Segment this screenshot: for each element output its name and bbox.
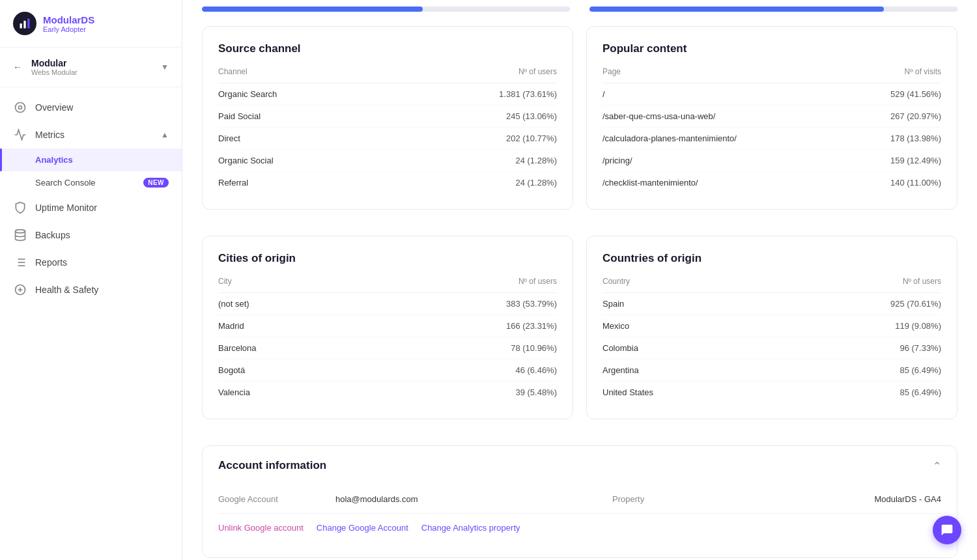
svg-point-3 <box>16 103 25 113</box>
popular-content-title: Popular content <box>602 42 941 55</box>
overview-icon <box>13 100 27 115</box>
cities-title: Cities of origin <box>218 252 557 265</box>
table-row: /pricing/159 (12.49%) <box>602 150 941 172</box>
svg-point-4 <box>19 106 22 109</box>
top-sections-row: Source channel Channel Nº of users Organ… <box>202 26 957 223</box>
cities-table: City Nº of users (not set)383 (53.79%)Ma… <box>218 277 557 403</box>
app-name: Modular <box>43 14 81 25</box>
google-account-label: Google Account <box>218 494 335 504</box>
countries-title: Countries of origin <box>602 252 941 265</box>
logo-icon <box>13 12 36 35</box>
workspace-selector[interactable]: ← Modular Webs Modular ▼ <box>0 48 182 87</box>
table-row: Colombia96 (7.33%) <box>602 337 941 359</box>
sidebar-item-overview[interactable]: Overview <box>0 94 182 121</box>
sidebar-item-metrics[interactable]: Metrics ▲ <box>0 121 182 148</box>
nav-section: Overview Metrics ▲ Analytics Search Cons… <box>0 87 182 310</box>
sidebar-item-label-reports: Reports <box>35 257 67 268</box>
countries-card: Countries of origin Country Nº of users … <box>586 236 957 419</box>
cities-col1: City <box>218 277 363 293</box>
table-row: Barcelona78 (10.96%) <box>218 337 557 359</box>
table-row: Valencia39 (5.48%) <box>218 382 557 404</box>
table-row: /529 (41.56%) <box>602 83 941 105</box>
workspace-sub: Webs Modular <box>31 68 78 76</box>
backups-icon <box>13 228 27 242</box>
chevron-down-icon: ▼ <box>161 63 169 72</box>
change-analytics-property-link[interactable]: Change Analytics property <box>421 523 520 533</box>
table-row: /checklist-mantenimiento/140 (11.00%) <box>602 172 941 194</box>
sidebar-item-label-overview: Overview <box>35 102 73 113</box>
account-info-row: Google Account hola@modulards.com Proper… <box>218 485 941 514</box>
account-header[interactable]: Account information ⌃ <box>203 446 957 485</box>
reports-icon <box>13 255 27 270</box>
popular-content-col2: Nº of visits <box>848 67 941 83</box>
metrics-icon <box>13 128 27 142</box>
svg-rect-0 <box>20 23 22 29</box>
progress-bar-1 <box>202 7 570 12</box>
account-body: Google Account hola@modulards.com Proper… <box>203 485 957 557</box>
table-row: /saber-que-cms-usa-una-web/267 (20.97%) <box>602 105 941 128</box>
table-row: Direct202 (10.77%) <box>218 128 557 150</box>
sidebar-item-health[interactable]: Health & Safety <box>0 276 182 303</box>
change-google-account-link[interactable]: Change Google Account <box>317 523 408 533</box>
table-row: United States85 (6.49%) <box>602 382 941 404</box>
property-label: Property <box>612 494 690 504</box>
sidebar-item-search-console[interactable]: Search Console NEW <box>0 171 182 194</box>
main-content: Source channel Channel Nº of users Organ… <box>182 0 977 560</box>
sidebar-item-label-search-console: Search Console <box>35 178 96 188</box>
sidebar-item-uptime[interactable]: Uptime Monitor <box>0 194 182 221</box>
svg-point-5 <box>16 230 25 233</box>
sidebar: ModularDS Early Adopter ← Modular Webs M… <box>0 0 182 560</box>
sidebar-item-label-backups: Backups <box>35 230 70 240</box>
table-row: Mexico119 (9.08%) <box>602 315 941 337</box>
table-row: Organic Social24 (1.28%) <box>218 150 557 172</box>
account-actions-row: Unlink Google account Change Google Acco… <box>218 514 941 542</box>
uptime-icon <box>13 201 27 215</box>
table-row: (not set)383 (53.79%) <box>218 293 557 315</box>
progress-bar-fill-2 <box>589 7 884 12</box>
workspace-texts: Modular Webs Modular <box>31 58 78 76</box>
chat-button[interactable] <box>933 516 961 544</box>
source-channel-title: Source channel <box>218 42 557 55</box>
source-channel-col2: Nº of users <box>389 67 557 83</box>
workspace-name: Modular <box>31 58 78 68</box>
workspace-info: ← Modular Webs Modular <box>13 58 78 76</box>
sidebar-item-backups[interactable]: Backups <box>0 221 182 249</box>
table-row: /calculadora-planes-mantenimiento/178 (1… <box>602 128 941 150</box>
unlink-google-account-link[interactable]: Unlink Google account <box>218 523 304 533</box>
table-row: Madrid166 (23.31%) <box>218 315 557 337</box>
logo-area: ModularDS Early Adopter <box>0 0 182 48</box>
google-account-value: hola@modulards.com <box>335 494 586 504</box>
popular-content-table: Page Nº of visits /529 (41.56%)/saber-qu… <box>602 67 941 193</box>
sidebar-item-reports[interactable]: Reports <box>0 249 182 276</box>
table-row: Organic Search1.381 (73.61%) <box>218 83 557 105</box>
cities-card: Cities of origin City Nº of users (not s… <box>202 236 573 419</box>
sidebar-item-analytics[interactable]: Analytics <box>0 148 182 171</box>
logo-text: ModularDS Early Adopter <box>43 14 94 33</box>
source-channel-table: Channel Nº of users Organic Search1.381 … <box>218 67 557 193</box>
table-row: Bogotá46 (6.46%) <box>218 359 557 382</box>
svg-rect-2 <box>27 19 29 29</box>
cities-col2: Nº of users <box>363 277 557 293</box>
health-icon <box>13 283 27 297</box>
content-area: Source channel Channel Nº of users Organ… <box>182 13 977 560</box>
app-name-highlight: DS <box>81 14 94 25</box>
account-section-title: Account information <box>218 459 326 472</box>
property-value: ModularDS - GA4 <box>690 494 941 504</box>
popular-content-col1: Page <box>602 67 848 83</box>
sidebar-item-label-health: Health & Safety <box>35 285 98 295</box>
sidebar-item-label-uptime: Uptime Monitor <box>35 203 97 213</box>
countries-col1: Country <box>602 277 772 293</box>
table-row: Argentina85 (6.49%) <box>602 359 941 382</box>
account-section: Account information ⌃ Google Account hol… <box>202 445 957 558</box>
sidebar-item-label-metrics: Metrics <box>35 130 64 140</box>
svg-rect-1 <box>23 21 25 29</box>
metrics-chevron-icon: ▲ <box>161 130 169 139</box>
app-badge: Early Adopter <box>43 25 94 33</box>
back-arrow: ← <box>13 62 22 72</box>
progress-bar-2 <box>589 7 957 12</box>
countries-table: Country Nº of users Spain925 (70.61%)Mex… <box>602 277 941 403</box>
countries-col2: Nº of users <box>772 277 941 293</box>
table-row: Spain925 (70.61%) <box>602 293 941 315</box>
source-channel-card: Source channel Channel Nº of users Organ… <box>202 26 573 210</box>
source-channel-col1: Channel <box>218 67 389 83</box>
